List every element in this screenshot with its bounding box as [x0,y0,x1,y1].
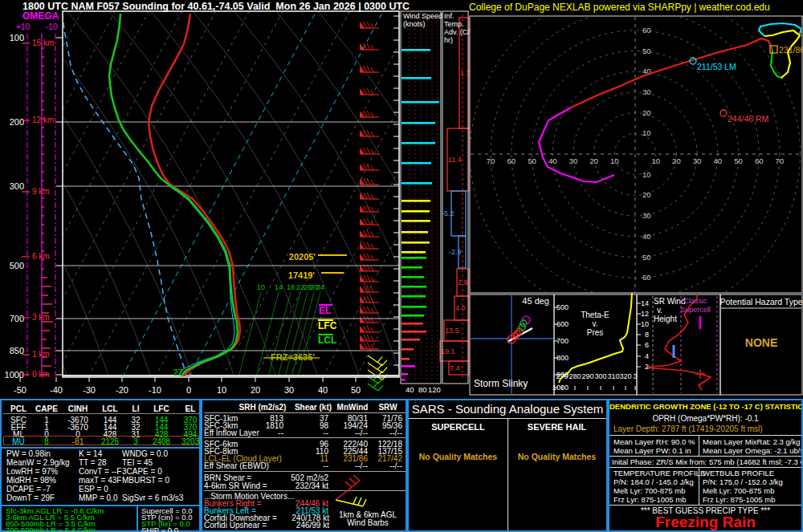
wind-speed-bar [402,295,426,298]
omega-title: OMEGA [22,10,59,22]
wind-panel-header-2: (knots) [403,21,426,28]
thetae-x-label: 310 [607,372,619,380]
wind-speed-bar [402,242,430,244]
lfc-label: LFC [318,320,337,331]
dgz-wetbulb-profile-title: WETBULB PROFILE [703,469,774,477]
srwind-height-label: 4 [645,352,649,360]
temperature-curve [149,14,240,377]
wind-speed-bar [402,286,426,288]
hodo-axis-label: 50 [528,156,536,165]
dgz-oprh: OPRH (Omega*PW*RH): -0.1 [609,415,801,424]
wind-speed-bar [402,231,428,234]
cell: Eff Shear (EBWD) [204,462,269,471]
storm-slinky-panel: 45 deg Storm Slinky [470,294,554,395]
srwind-height-label: 14 [641,299,649,307]
wind-speed-bar [402,162,431,164]
omega-plus-label: +10 [16,22,30,31]
hodograph-cyan-trace [759,23,801,36]
thermo-value: DownT = 29F [6,494,55,503]
wind-speed-bar [402,251,426,254]
wind-speed-bar [402,257,426,259]
right-mover-marker [720,110,727,116]
wind-speed-bar [402,306,426,308]
hodo-axis-label: 30 [569,156,578,165]
wind-speed-bar [402,365,415,368]
thermo-value: TEI = 45 [122,459,153,468]
wind-speed-bar [402,200,430,202]
pcl-header: CAPE [32,404,61,413]
temperature-label: 40 [318,385,328,395]
mixing-ratio-label: 18 [287,283,295,291]
temp-adv-value: 7.4 [450,364,460,372]
pressure-label: 100 [10,33,24,43]
kinematics-panel: SRH (m2/s2) Shear (kt) MnWind SRW SFC-1k… [201,399,407,532]
sr-wind-panel: SR Wind v. Height Classic Supercell 1412… [637,294,720,395]
thetae-title-3: Pres [587,328,604,337]
thermo-value: LowRH = 97% [6,468,58,477]
hodo-axis-label: 10 [610,156,619,165]
dgz-title: DENDRITIC GROWTH ZONE (-12 TO -17 C) STA… [609,403,801,411]
temp-adv-value: -5.2 [442,209,454,217]
wind-speed-bar [402,331,426,333]
sars-hail-result: No Quality Matches [507,453,606,461]
pressure-label: 200 [10,117,24,127]
pressure-label: 850 [10,346,24,355]
km-label: 15 km [32,39,54,47]
hodo-axis-label: 30 [642,211,651,220]
temperature-label: 0 [186,385,191,395]
srwind-height-label: 2 [645,363,649,371]
wind-axis-label-40: 40 [406,386,414,394]
cell: MU [5,437,32,446]
dgz-wetbulb-frz: Frz Lyr: 875-1005 mb [703,496,775,504]
thermo-value: MMP = 0.0 [79,494,117,503]
srwind-title-3: Height [654,315,677,323]
pcl-header: PCL [5,404,32,413]
omega-minus-label: -10 [46,22,58,31]
dgz-mean-rh: Mean Layer RH: 90.0 % [613,438,695,446]
hodo-axis-label: 50 [642,47,651,55]
cell: 3203 [177,437,204,446]
cell: --/-- [365,429,402,438]
hodograph-panel: 211/53 LM 244/46 RM 231/86 [470,16,803,293]
thetae-x-label: 270 [556,372,568,380]
wind-axis-label-80: 80 [418,386,427,394]
skewt-annotations: 20205' 17419' EL LFC LCL FRZ=3635' 27 ) [173,252,347,377]
srwind-title-1: SR Wind [654,297,685,306]
thetae-x-label: 280 [569,372,581,380]
dgz-temp-frz: Frz Lyr: 875-1005 mb [613,496,686,504]
temp-adv-value: 1.7 [460,69,471,77]
hodo-axis-label: 10 [642,170,651,179]
hodograph-low-trace [539,108,614,182]
hodo-axis-label: 50 [734,156,743,165]
hodo-axis-label: 70 [487,156,495,165]
thermo-value: SigSvr = 6 m3/s3 [122,494,183,503]
dgz-initial-phase: Inital Phase: ZR/S Mix from: 575 mb (146… [612,458,801,466]
dgz-mean-mixrat: Mean Layer MixRat: 2.3 g/kg [703,438,801,446]
cell: -81 [61,437,95,446]
sars-supercell-header: SUPERCELL [409,423,507,433]
pressure-label: 1000 [5,370,24,380]
dgz-top-label: 20205' [289,252,316,262]
kin-header: SRH (m2/s2) [234,404,291,412]
hodo-axis-label: 60 [642,26,651,35]
highlight-isotherms [122,11,383,377]
wind-speed-bar [402,373,408,376]
km-label: 6 km [32,252,50,261]
temp-adv-value: 11.4 [448,156,462,164]
km-label: 3 km [32,313,50,322]
thetae-panel: Theta-E v. Pres 500600700800900100027028… [552,293,638,395]
wind-speed-bar [402,276,424,278]
thermo-value: MidRH = 98% [6,477,56,485]
right-mover-label: 244/46 RM [728,114,768,124]
wind-speed-bar [402,358,410,360]
mixing-ratio-label: 14 [275,283,283,291]
temperature-label: 30 [284,385,294,395]
thermo-value: ESP = 0 [79,485,108,494]
kin-header: MnWind [333,404,372,412]
pcl-header: LCL [95,404,125,413]
thermo-value: MBURST = 0 [122,477,169,485]
sounding-chart: 10141822263034100200300500700850100015 k… [0,0,803,399]
kin-header: SRW [372,404,404,412]
dgz-wetbulb-melt: Melt Lyr: 700-875 mb [703,487,774,495]
temperature-label: -30 [83,385,96,395]
